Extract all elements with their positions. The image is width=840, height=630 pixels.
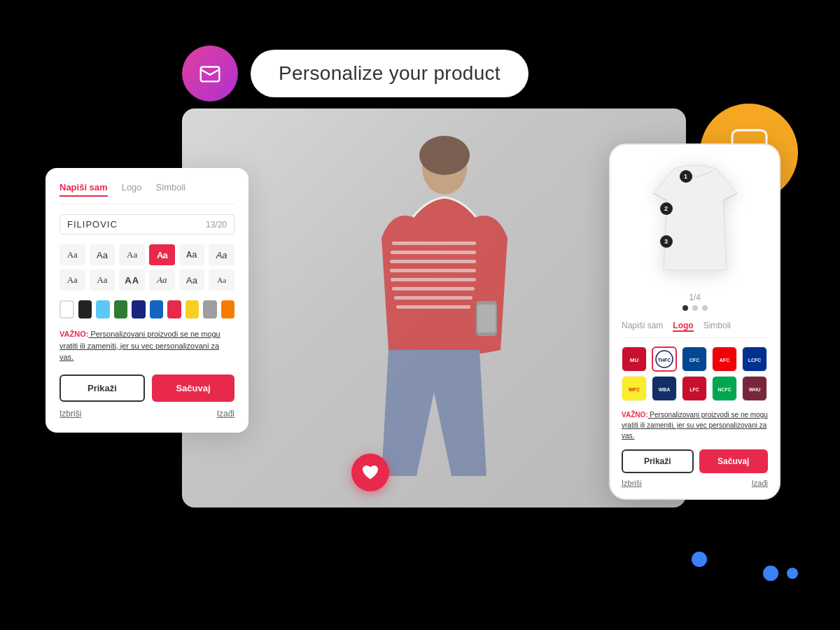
warning-text: VAŽNO: Personalizovani proizvodi se ne m… [59, 328, 234, 363]
font-item-6[interactable]: Aa [209, 244, 234, 265]
svg-rect-12 [477, 304, 496, 332]
pagination-dot-1[interactable] [682, 305, 688, 311]
right-panel: 1 2 3 1/4 Napiši sam Logo Simboli MU THF… [609, 144, 780, 500]
pagination-dot-2[interactable] [692, 305, 698, 311]
blue-dot-right [692, 552, 707, 567]
svg-text:WHU: WHU [749, 387, 761, 392]
preview-button[interactable]: Prikaži [59, 374, 145, 402]
pagination-dots [622, 305, 768, 311]
font-grid: Aa Aa Aa Aa Aa Aa Aa Aa AA Aa Aa Aa [59, 244, 234, 290]
right-save-button[interactable]: Sačuvaj [699, 449, 769, 473]
font-item-9[interactable]: AA [119, 270, 145, 290]
swatch-black[interactable] [78, 300, 92, 318]
text-input-row[interactable]: FILIPOVIC 13/20 [59, 214, 234, 234]
blue-dot-large [763, 566, 778, 581]
text-input-count: 13/20 [206, 220, 227, 230]
exit-link[interactable]: Izađi [217, 409, 234, 419]
svg-point-2 [419, 136, 470, 175]
svg-text:WFC: WFC [629, 387, 640, 392]
pagination-dot-3[interactable] [702, 305, 708, 311]
svg-rect-4 [391, 251, 476, 254]
right-tab-logo[interactable]: Logo [673, 321, 693, 332]
svg-rect-5 [390, 260, 476, 263]
swatch-white[interactable] [59, 300, 74, 318]
right-warning-text: VAŽNO: Personalizovani proizvodi se ne m… [622, 410, 768, 441]
svg-text:MU: MU [630, 357, 639, 363]
header: Personalize your product [182, 46, 528, 102]
svg-text:THFC: THFC [658, 358, 671, 363]
heart-button[interactable] [351, 454, 389, 491]
font-item-7[interactable]: Aa [59, 270, 85, 290]
logo-west-ham[interactable]: WHU [742, 376, 767, 401]
font-item-3[interactable]: Aa [119, 244, 145, 265]
header-title-box: Personalize your product [251, 50, 528, 97]
font-item-12[interactable]: Aa [209, 270, 234, 290]
font-item-1[interactable]: Aa [59, 244, 85, 265]
delete-link[interactable]: Izbriši [59, 409, 81, 419]
logo-watford[interactable]: WFC [622, 376, 647, 401]
font-item-5[interactable]: Aa [179, 244, 205, 265]
right-panel-buttons: Prikaži Sačuvaj [622, 449, 768, 473]
logo-liverpool[interactable]: LFC [682, 376, 707, 401]
logo-chelsea[interactable]: CFC [682, 346, 707, 372]
logo-west-brom[interactable]: WBA [652, 376, 677, 401]
color-swatches [59, 300, 234, 318]
font-item-11[interactable]: Aa [179, 270, 205, 290]
svg-text:WBA: WBA [659, 387, 671, 392]
tab-napisi-sam[interactable]: Napiši sam [59, 182, 108, 197]
position-dot-3[interactable]: 3 [660, 235, 673, 248]
svg-text:LFC: LFC [690, 387, 699, 392]
right-exit-link[interactable]: Izađi [752, 479, 768, 487]
logo-tottenham[interactable]: THFC [652, 346, 677, 372]
tab-simboli[interactable]: Simboli [156, 182, 186, 197]
left-panel: Napiši sam Logo Simboli FILIPOVIC 13/20 … [46, 168, 248, 433]
swatch-gray[interactable] [203, 300, 217, 318]
font-item-2[interactable]: Aa [90, 244, 115, 265]
logo-leicester[interactable]: LCFC [742, 346, 767, 372]
panel-links: Izbriši Izađi [59, 409, 234, 419]
position-dot-2[interactable]: 2 [660, 202, 673, 215]
svg-text:NCFC: NCFC [718, 387, 731, 392]
header-icon-circle [182, 46, 238, 102]
shirt-preview: 1 2 3 [622, 156, 768, 286]
right-tab-simboli[interactable]: Simboli [704, 321, 731, 332]
blue-dot-small [787, 568, 798, 579]
svg-rect-3 [392, 241, 476, 245]
svg-rect-7 [391, 278, 476, 281]
swatch-green[interactable] [114, 300, 128, 318]
font-item-10[interactable]: Aa [149, 270, 175, 290]
right-delete-link[interactable]: Izbriši [622, 479, 642, 487]
swatch-lightblue[interactable] [96, 300, 110, 318]
right-panel-links: Izbriši Izađi [622, 479, 768, 487]
swatch-red[interactable] [167, 300, 181, 318]
save-button[interactable]: Sačuvaj [152, 374, 234, 402]
logo-manchester-united[interactable]: MU [622, 346, 647, 372]
logo-norwich[interactable]: NCFC [712, 376, 737, 401]
svg-rect-6 [390, 269, 476, 272]
tab-logo[interactable]: Logo [122, 182, 142, 197]
right-preview-button[interactable]: Prikaži [622, 449, 694, 473]
svg-text:CFC: CFC [690, 358, 699, 363]
svg-text:LCFC: LCFC [748, 358, 762, 363]
font-item-8[interactable]: Aa [90, 270, 115, 290]
logo-grid: MU THFC CFC AFC LCFC WFC WBA LFC [622, 346, 768, 401]
svg-text:AFC: AFC [720, 358, 729, 363]
swatch-blue[interactable] [150, 300, 164, 318]
right-tab-napisi[interactable]: Napiši sam [622, 321, 663, 332]
svg-rect-9 [394, 296, 472, 300]
logo-arsenal[interactable]: AFC [712, 346, 737, 372]
swatch-navy[interactable] [132, 300, 146, 318]
swatch-yellow[interactable] [186, 300, 200, 318]
text-input-value: FILIPOVIC [67, 219, 118, 230]
right-panel-tabs: Napiši sam Logo Simboli [622, 321, 768, 338]
svg-rect-8 [392, 287, 475, 290]
header-title: Personalize your product [279, 62, 500, 84]
position-dot-1[interactable]: 1 [680, 170, 692, 183]
blue-dots [763, 566, 798, 581]
svg-rect-10 [396, 305, 470, 309]
font-item-4[interactable]: Aa [149, 244, 175, 265]
panel-buttons: Prikaži Sačuvaj [59, 374, 234, 402]
swatch-orange[interactable] [221, 300, 235, 318]
shirt-pagination: 1/4 [622, 293, 768, 302]
shirt-container: 1 2 3 [639, 162, 751, 280]
